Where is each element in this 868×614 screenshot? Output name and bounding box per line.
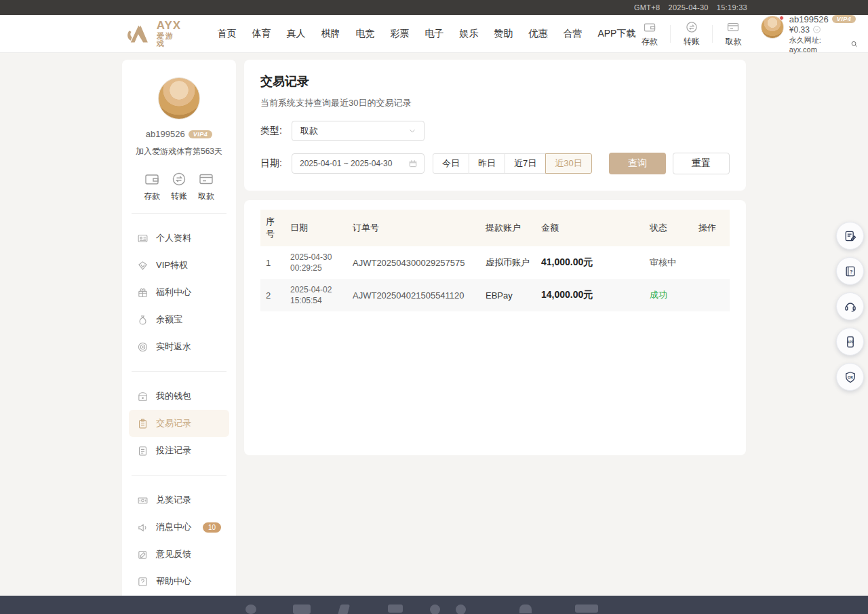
floating-survey-button[interactable]	[836, 222, 864, 250]
sidebar-item-wallet[interactable]: 我的钱包	[129, 383, 229, 410]
type-filter-row: 类型: 取款	[260, 121, 730, 141]
banknote-icon	[137, 495, 149, 506]
sidebar-item-vip[interactable]: VIP特权	[129, 252, 229, 279]
main-panel: 交易记录 当前系统支持查询最近30日的交易记录 类型: 取款 日期: 2025-…	[244, 60, 746, 455]
wallet-icon	[144, 171, 160, 187]
document-icon	[137, 445, 149, 457]
nav-slots[interactable]: 电子	[425, 28, 443, 40]
sidebar-item-prize-records[interactable]: 兑奖记录	[129, 486, 229, 514]
date-range-input[interactable]: 2025-04-01 ~ 2025-04-30	[292, 153, 425, 174]
withdraw-label: 取款	[725, 36, 741, 47]
range-today-button[interactable]: 今日	[433, 153, 469, 174]
header-deposit-button[interactable]: 存款	[635, 20, 663, 47]
sidebar-item-message-center[interactable]: 消息中心 10	[129, 514, 229, 541]
partner-logo	[388, 605, 403, 613]
site-logo[interactable]: AYX 爱游戏	[125, 20, 182, 47]
floating-app-download-button[interactable]: APP	[836, 328, 864, 356]
survey-edit-icon	[844, 229, 857, 243]
nav-app-download[interactable]: APP下载	[597, 28, 635, 40]
bank-card-icon	[198, 171, 214, 187]
sidebar-menu-group-1: 个人资料 VIP特权 福利中心 余额宝 实时返水	[122, 225, 236, 360]
sidebar-profile-summary: ab199526 VIP4 加入爱游戏体育第563天 存款 转账 取款	[122, 77, 236, 202]
sidebar-deposit-button[interactable]: 存款	[144, 171, 160, 202]
sidebar-item-profile[interactable]: 个人资料	[129, 225, 229, 252]
id-card-icon	[137, 233, 149, 244]
nav-esports[interactable]: 电竞	[355, 28, 374, 40]
transfer-icon	[685, 20, 698, 34]
divider	[132, 213, 226, 214]
nav-partner[interactable]: 合营	[563, 28, 582, 40]
date-range-value: 2025-04-01 ~ 2025-04-30	[300, 159, 392, 168]
divider	[132, 475, 226, 476]
range-last7days-button[interactable]: 近7日	[505, 153, 546, 174]
sidebar-item-rebate[interactable]: 实时返水	[129, 333, 229, 360]
sidebar-quick-actions: 存款 转账 取款	[132, 171, 226, 202]
nav-live[interactable]: 真人	[286, 28, 305, 40]
username-label: ab199526	[146, 129, 185, 139]
table-row: 1 2025-04-30 00:29:25 AJWT20250430002925…	[260, 246, 730, 279]
row-account: 虚拟币账户	[480, 246, 536, 279]
sidebar-withdraw-button[interactable]: 取款	[198, 171, 214, 202]
sidebar-item-bet-records[interactable]: 投注记录	[129, 437, 229, 464]
nav-home[interactable]: 首页	[217, 28, 236, 40]
col-header-order: 订单号	[347, 210, 480, 246]
bank-card-icon	[726, 20, 740, 34]
balance-amount: ¥0.33	[789, 25, 810, 35]
reset-button[interactable]: 重置	[673, 153, 730, 174]
username-label: ab199526	[789, 14, 829, 24]
row-index: 2	[260, 279, 285, 311]
query-button[interactable]: 查询	[609, 153, 666, 174]
nav-promotions[interactable]: 优惠	[528, 28, 547, 40]
nav-lottery[interactable]: 彩票	[390, 28, 409, 40]
main-header: AYX 爱游戏 首页 体育 真人 棋牌 电竞 彩票 电子 娱乐 赞助 优惠 合营…	[0, 15, 868, 53]
sidebar-item-transactions[interactable]: 交易记录	[129, 410, 229, 437]
partner-logo	[293, 605, 311, 614]
ayx-monogram-icon	[125, 22, 152, 45]
floating-faq-button[interactable]: ?	[836, 257, 864, 285]
range-yesterday-button[interactable]: 昨日	[469, 153, 505, 174]
floating-action-column: ? APP OK	[836, 222, 864, 391]
floating-customer-service-button[interactable]	[836, 292, 864, 320]
floating-security-button[interactable]: OK	[836, 363, 864, 391]
row-status: 审核中	[644, 246, 693, 279]
svg-text:?: ?	[849, 268, 852, 274]
chevron-down-icon	[408, 126, 417, 136]
nav-entertainment[interactable]: 娱乐	[459, 28, 478, 40]
row-order-number: AJWT202504300029257575	[347, 246, 480, 279]
nav-chess[interactable]: 棋牌	[321, 28, 340, 40]
nav-sports[interactable]: 体育	[252, 28, 271, 40]
current-time: 15:19:33	[717, 3, 747, 12]
type-label: 类型:	[260, 125, 292, 137]
sidebar-item-yuebao[interactable]: 余额宝	[129, 306, 229, 333]
row-operation	[693, 279, 730, 311]
vip-diamond-icon	[137, 260, 149, 271]
profile-sidebar: ab199526 VIP4 加入爱游戏体育第563天 存款 转账 取款	[122, 60, 236, 609]
partner-logo	[338, 605, 350, 614]
sidebar-item-welfare[interactable]: 福利中心	[129, 279, 229, 306]
header-avatar[interactable]	[761, 16, 784, 39]
topbar: GMT+8 2025-04-30 15:19:33	[0, 0, 868, 15]
partner-logo	[245, 605, 256, 614]
transfer-label: 转账	[171, 191, 187, 202]
range-last30days-button[interactable]: 近30日	[545, 153, 591, 174]
feedback-pencil-icon	[137, 549, 149, 560]
type-select[interactable]: 取款	[292, 121, 425, 141]
sidebar-menu-group-2: 我的钱包 交易记录 投注记录	[122, 383, 236, 464]
avatar[interactable]	[158, 77, 200, 119]
row-status: 成功	[644, 279, 693, 311]
header-user-block: ab199526 VIP4 ¥0.33 永久网址: ayx.com	[761, 14, 859, 54]
sidebar-item-help-center[interactable]: 帮助中心	[129, 568, 229, 595]
search-icon[interactable]	[850, 40, 859, 48]
col-header-account: 提款账户	[480, 210, 536, 246]
sidebar-item-feedback[interactable]: 意见反馈	[129, 541, 229, 568]
divider	[670, 25, 671, 43]
header-transfer-button[interactable]: 转账	[677, 20, 705, 47]
row-datetime: 2025-04-30 00:29:25	[285, 246, 347, 279]
divider	[132, 371, 226, 372]
row-account: EBPay	[480, 279, 536, 311]
refresh-balance-icon[interactable]	[812, 25, 821, 34]
header-withdraw-button[interactable]: 取款	[719, 20, 747, 47]
transactions-table: 序号 日期 订单号 提款账户 金额 状态 操作 1 2025-04-30	[260, 210, 730, 311]
sidebar-transfer-button[interactable]: 转账	[171, 171, 187, 202]
nav-sponsor[interactable]: 赞助	[494, 28, 513, 40]
